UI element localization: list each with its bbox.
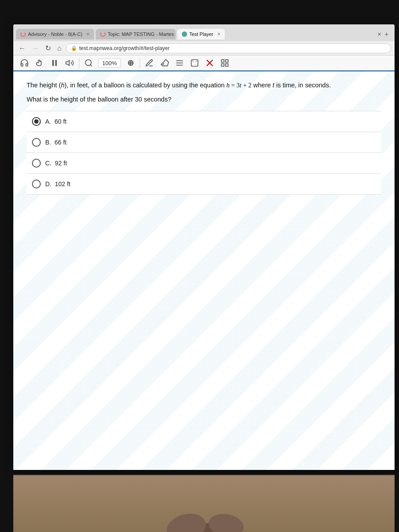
answer-option-c[interactable]: C. 92 ft (27, 153, 381, 174)
pause-btn[interactable] (49, 57, 60, 69)
answer-option-b[interactable]: B. 66 ft (27, 132, 381, 153)
crossout-btn[interactable] (204, 57, 215, 69)
grid-btn[interactable] (219, 57, 231, 69)
svg-point-17 (207, 511, 245, 532)
zoom-display: 100% (98, 59, 121, 68)
tab-advisory[interactable]: Advisory - Noble - 8(A-C) × (16, 29, 94, 39)
pointer-btn[interactable] (34, 57, 45, 69)
tab-spinner-advisory (20, 31, 26, 37)
eraser-btn[interactable] (159, 57, 170, 69)
address-bar-row: ← → ↻ ⌂ 🔒 test.mapnwea.org/growth/#/test… (13, 41, 395, 55)
person-silhouette (160, 474, 248, 532)
address-input[interactable]: 🔒 test.mapnwea.org/growth/#/test-player (66, 43, 391, 53)
lines-btn[interactable] (174, 57, 185, 69)
search-btn[interactable] (83, 57, 94, 69)
window-close-btn[interactable]: × (378, 31, 381, 38)
tab-bar: Advisory - Noble - 8(A-C) × Topic: MAP T… (13, 24, 395, 41)
tab-favicon-test-player (182, 31, 187, 37)
toolbar-divider-2 (140, 58, 140, 68)
answer-option-a[interactable]: A. 60 ft (27, 111, 381, 132)
tab-label-advisory: Advisory - Noble - 8(A-C) (28, 31, 82, 37)
audio-btn[interactable] (19, 57, 30, 69)
question-stem: The height (h), in feet, of a balloon is… (27, 80, 381, 90)
tab-close-advisory[interactable]: × (86, 31, 90, 37)
lock-icon: 🔒 (71, 45, 77, 51)
tab-test-player[interactable]: Test Player × (177, 29, 225, 39)
bottom-person-area (13, 474, 395, 532)
svg-line-4 (90, 65, 92, 66)
toolbar-divider-1 (79, 58, 79, 68)
radio-inner-a (34, 119, 39, 124)
tab-topic[interactable]: Topic: MAP TESTING - Martes 4... × (96, 29, 176, 39)
url-text: test.mapnwea.org/growth/#/test-player (79, 45, 170, 51)
back-button[interactable]: ← (17, 43, 27, 53)
volume-btn[interactable] (64, 57, 75, 69)
forward-button[interactable]: → (30, 43, 41, 53)
svg-rect-12 (226, 60, 228, 63)
radio-d (32, 180, 41, 188)
answer-label-b: B. 66 ft (45, 139, 66, 146)
pencil-btn[interactable] (144, 57, 155, 69)
svg-rect-1 (55, 60, 57, 66)
radio-a (32, 117, 41, 126)
question-prompt: What is the height of the balloon after … (27, 96, 381, 103)
window-add-tab-btn[interactable]: + (385, 31, 388, 38)
tab-label-test-player: Test Player (189, 31, 213, 37)
answer-label-c: C. 92 ft (45, 160, 67, 167)
svg-rect-13 (222, 64, 224, 66)
tab-spinner-topic (100, 31, 106, 37)
browser-window: Advisory - Noble - 8(A-C) × Topic: MAP T… (13, 24, 395, 470)
tab-label-topic: Topic: MAP TESTING - Martes 4... (108, 31, 176, 37)
radio-b (32, 138, 41, 147)
answer-options: A. 60 ft B. 66 ft C. 92 ft D. 102 ft (27, 111, 381, 195)
svg-rect-14 (226, 64, 228, 66)
toolbar-row: 100% ⊕ (13, 55, 395, 71)
svg-rect-0 (52, 60, 54, 66)
reload-button[interactable]: ↻ (43, 43, 53, 53)
svg-rect-11 (222, 60, 224, 63)
svg-marker-2 (66, 60, 70, 66)
window-controls: × + (378, 31, 392, 38)
answer-label-a: A. 60 ft (45, 118, 66, 125)
content-area: The height (h), in feet, of a balloon is… (13, 71, 395, 470)
svg-point-16 (164, 509, 209, 532)
zoom-plus-btn[interactable]: ⊕ (125, 57, 136, 69)
tab-close-test-player[interactable]: × (217, 31, 220, 37)
svg-point-3 (86, 60, 91, 66)
radio-c (32, 159, 41, 168)
answer-label-d: D. 102 ft (45, 180, 70, 188)
home-button[interactable]: ⌂ (55, 43, 63, 53)
answer-option-d[interactable]: D. 102 ft (27, 174, 381, 195)
flag-btn[interactable] (189, 57, 200, 69)
